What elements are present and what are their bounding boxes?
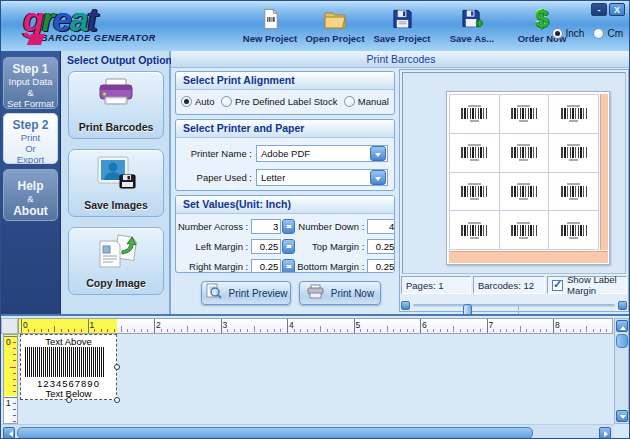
right-margin-stepper[interactable] — [282, 259, 295, 273]
slider-left-button[interactable] — [401, 301, 410, 310]
resize-handle-right[interactable] — [114, 364, 120, 370]
printer-name-select[interactable]: Adobe PDF — [256, 145, 388, 162]
new-project-button[interactable]: New Project — [241, 7, 299, 47]
ruler-tick — [440, 329, 441, 332]
radio-inch[interactable] — [552, 28, 563, 39]
number-across-input[interactable] — [251, 219, 281, 234]
ruler-tick — [114, 329, 115, 332]
number-across-stepper[interactable] — [282, 219, 295, 234]
slider-right-button[interactable] — [618, 301, 627, 310]
label-text-line — [470, 120, 479, 122]
ruler-tick — [13, 415, 16, 416]
paper-used-select[interactable]: Letter — [256, 169, 388, 186]
mini-barcode — [461, 147, 487, 158]
ruler-tick — [161, 329, 162, 332]
close-button[interactable]: X — [609, 3, 625, 16]
copy-image-button[interactable]: Copy Image — [68, 227, 164, 295]
ruler-tick — [48, 329, 49, 332]
top-margin-field: Top Margin : — [297, 239, 395, 254]
ruler-tick — [41, 329, 42, 332]
ruler-tick — [174, 329, 175, 332]
ruler-tick — [141, 329, 142, 332]
mini-barcode — [561, 186, 587, 197]
barcode-bar — [91, 347, 92, 377]
scroll-right-button[interactable] — [599, 427, 611, 439]
radio-cm[interactable] — [593, 28, 604, 39]
ruler-tick — [88, 319, 89, 334]
right-margin-input[interactable] — [251, 259, 281, 273]
vertical-scrollbar[interactable] — [614, 318, 629, 424]
alignment-option-auto[interactable]: Auto — [181, 96, 215, 107]
number-across-field: Number Across : — [178, 219, 295, 234]
slider-track[interactable] — [413, 304, 615, 307]
show-label-margin-checkbox[interactable] — [552, 280, 563, 291]
scroll-up-button[interactable] — [616, 320, 628, 332]
open-project-icon — [323, 7, 347, 31]
print-barcodes-panel: Print Barcodes Select Print Alignment Au… — [171, 51, 630, 314]
alignment-option-predefined[interactable]: Pre Defined Label Stock — [221, 96, 337, 107]
preview-panel: Pages: 1 Barcodes: 12 Show Label Margin — [399, 69, 629, 312]
label-cell — [500, 173, 550, 212]
label-text-line — [517, 222, 530, 224]
save-project-button[interactable]: Save Project — [373, 7, 431, 47]
ruler-tick — [13, 385, 16, 386]
barcode-bar — [31, 347, 32, 377]
ruler-tick — [194, 329, 195, 332]
save-as-button[interactable]: Save As... — [441, 7, 503, 47]
barcode-design-widget[interactable]: Text Above 1234567890 Text Below — [20, 334, 117, 400]
horizontal-scroll-thumb[interactable] — [17, 427, 533, 439]
ruler-tick — [13, 373, 16, 374]
scroll-down-button[interactable] — [616, 410, 628, 422]
left-margin-stepper[interactable] — [282, 239, 295, 254]
left-margin-input[interactable] — [251, 239, 281, 254]
field-label: Number Across : — [178, 221, 248, 232]
scroll-left-button[interactable] — [3, 427, 15, 439]
save-images-button[interactable]: Save Images — [68, 149, 164, 217]
ruler-number: 0 — [6, 337, 11, 347]
label-text-line — [519, 237, 528, 239]
ruler-tick — [287, 319, 288, 334]
ruler-tick — [221, 319, 222, 334]
ruler-tick — [247, 329, 248, 332]
step-line: Input Data — [5, 76, 56, 87]
sidebar-item-step2[interactable]: Step 2 Print Or Export — [3, 113, 58, 164]
ruler-tick — [380, 329, 381, 332]
chevron-down-icon[interactable] — [370, 170, 386, 185]
horizontal-scrollbar[interactable] — [1, 424, 614, 439]
ruler-tick — [553, 319, 554, 334]
print-now-button[interactable]: Print Now — [299, 281, 381, 305]
vertical-scroll-thumb[interactable] — [616, 334, 628, 348]
open-project-button[interactable]: Open Project — [306, 7, 364, 47]
mini-barcode — [461, 108, 487, 119]
print-barcodes-button[interactable]: Print Barcodes — [68, 71, 164, 139]
radio-manual[interactable] — [344, 96, 355, 107]
resize-handle-corner[interactable] — [114, 397, 120, 403]
sidebar-item-help-about[interactable]: Help & About — [3, 169, 58, 221]
ruler-tick — [393, 329, 394, 332]
print-preview-button[interactable]: Print Preview — [201, 281, 291, 305]
output-options-panel: Select Output Option Print Barcodes Save… — [61, 51, 171, 314]
ruler-tick — [473, 329, 474, 332]
ruler-tick — [81, 329, 82, 332]
resize-handle-bottom[interactable] — [66, 397, 72, 403]
sidebar-item-step1[interactable]: Step 1 Input Data & Set Format — [3, 57, 58, 109]
order-now-button[interactable]: $ Order Now — [513, 7, 571, 47]
show-label-margin-option[interactable]: Show Label Margin — [547, 276, 627, 294]
chevron-down-icon[interactable] — [370, 146, 386, 161]
bottom-margin-input[interactable] — [367, 259, 395, 273]
top-margin-input[interactable] — [367, 239, 395, 254]
minimize-button[interactable]: - — [591, 3, 607, 16]
radio-auto[interactable] — [181, 96, 192, 107]
alignment-option-manual[interactable]: Manual — [344, 96, 389, 107]
barcode-bar — [49, 347, 50, 377]
label-text-line — [569, 159, 578, 161]
ruler-tick — [480, 329, 481, 332]
unit-option-inch[interactable]: Inch — [552, 28, 585, 39]
radio-predefined[interactable] — [221, 96, 232, 107]
mini-barcode — [461, 186, 487, 197]
section-header: Set Values(Unit: Inch) — [176, 196, 394, 214]
number-down-input[interactable] — [367, 219, 395, 234]
barcode-bar — [59, 347, 60, 377]
ruler-tick — [600, 329, 601, 332]
unit-option-cm[interactable]: Cm — [593, 28, 623, 39]
